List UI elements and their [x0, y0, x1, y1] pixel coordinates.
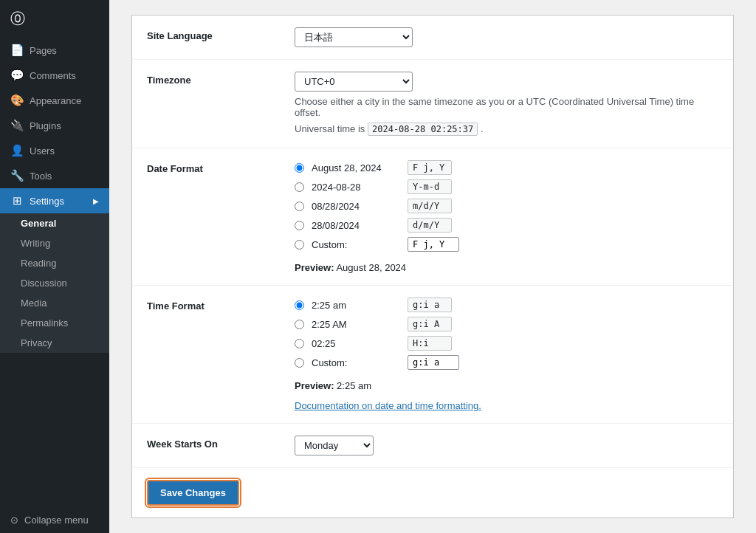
sidebar: ⓪ 📄 Pages 💬 Comments 🎨 Appearance 🔌 Plug…: [0, 0, 109, 533]
submenu-discussion[interactable]: Discussion: [0, 273, 109, 293]
sidebar-item-appearance[interactable]: 🎨 Appearance: [0, 88, 109, 113]
time-format-preview-value: 2:25 am: [337, 380, 371, 391]
submenu-privacy[interactable]: Privacy: [0, 333, 109, 353]
time-format-code-3: H:i: [408, 336, 452, 351]
sidebar-item-users[interactable]: 👤 Users: [0, 138, 109, 163]
time-format-code-2: g:i A: [408, 317, 452, 331]
sidebar-item-plugins[interactable]: 🔌 Plugins: [0, 113, 109, 138]
sidebar-item-label: Tools: [30, 171, 52, 182]
time-format-label-3[interactable]: 02:25: [312, 338, 400, 349]
submenu-media[interactable]: Media: [0, 293, 109, 313]
time-format-option-2: 2:25 AM g:i A: [295, 317, 718, 331]
site-language-label: Site Language: [147, 27, 295, 41]
week-starts-label: Week Starts On: [147, 436, 295, 450]
date-format-custom-label[interactable]: Custom:: [312, 239, 400, 250]
site-logo: ⓪: [0, 0, 109, 38]
date-format-row: Date Format August 28, 2024 F j, Y 2024-…: [132, 148, 733, 286]
settings-icon: ⊞: [10, 194, 24, 207]
sidebar-item-label: Settings: [30, 196, 64, 207]
collapse-label: Collapse menu: [24, 515, 89, 526]
sidebar-item-label: Comments: [30, 70, 76, 81]
date-format-options: August 28, 2024 F j, Y 2024-08-28 Y-m-d …: [295, 160, 718, 273]
date-format-custom-input[interactable]: [408, 237, 459, 252]
sidebar-item-tools[interactable]: 🔧 Tools: [0, 163, 109, 188]
settings-arrow: ▶: [93, 197, 99, 205]
sidebar-item-label: Appearance: [30, 95, 81, 106]
settings-submenu: General Writing Reading Discussion Media…: [0, 213, 109, 353]
site-language-control: 日本語: [295, 27, 718, 47]
date-format-option-2: 2024-08-28 Y-m-d: [295, 179, 718, 194]
date-format-option-4: 28/08/2024 d/m/Y: [295, 218, 718, 233]
date-format-option-3: 08/28/2024 m/d/Y: [295, 199, 718, 213]
time-format-option-3: 02:25 H:i: [295, 336, 718, 351]
date-format-radio-3[interactable]: [295, 202, 304, 211]
date-format-preview: Preview: August 28, 2024: [295, 262, 718, 273]
time-format-radio-2[interactable]: [295, 320, 304, 329]
preview-label: Preview:: [295, 262, 334, 273]
sidebar-item-label: Plugins: [30, 120, 61, 131]
week-starts-control: Sunday Monday Tuesday Wednesday Thursday…: [295, 436, 718, 455]
date-format-radio-2[interactable]: [295, 182, 304, 192]
time-format-options: 2:25 am g:i a 2:25 AM g:i A 02:25 H:i: [295, 298, 718, 411]
time-format-custom-label[interactable]: Custom:: [312, 357, 400, 368]
time-format-option-1: 2:25 am g:i a: [295, 298, 718, 312]
universal-time: Universal time is 2024-08-28 02:25:37 .: [295, 123, 718, 136]
timezone-control: UTC+0 Choose either a city in the same t…: [295, 72, 718, 136]
preview-label-time: Preview:: [295, 380, 334, 391]
date-format-code-1: F j, Y: [408, 160, 452, 175]
date-format-custom: Custom:: [295, 237, 718, 252]
date-format-code-4: d/m/Y: [408, 218, 452, 233]
universal-time-value: 2024-08-28 02:25:37: [368, 123, 478, 136]
date-format-code-2: Y-m-d: [408, 179, 452, 194]
date-format-radio-custom[interactable]: [295, 240, 304, 250]
date-format-radio-4[interactable]: [295, 221, 304, 230]
date-format-preview-value: August 28, 2024: [336, 262, 406, 273]
sidebar-item-pages[interactable]: 📄 Pages: [0, 38, 109, 63]
time-format-label-2[interactable]: 2:25 AM: [312, 319, 400, 330]
save-section: Save Changes: [132, 468, 733, 517]
sidebar-item-comments[interactable]: 💬 Comments: [0, 63, 109, 88]
time-format-row: Time Format 2:25 am g:i a 2:25 AM g:i A: [132, 286, 733, 424]
time-format-radio-3[interactable]: [295, 339, 304, 348]
sidebar-item-settings[interactable]: ⊞ Settings ▶: [0, 188, 109, 213]
submenu-reading[interactable]: Reading: [0, 253, 109, 273]
wp-logo-icon: ⓪: [10, 9, 25, 29]
timezone-select[interactable]: UTC+0: [295, 72, 413, 92]
site-language-row: Site Language 日本語: [132, 16, 733, 60]
date-format-label-2[interactable]: 2024-08-28: [312, 182, 400, 193]
time-format-radio-custom[interactable]: [295, 358, 304, 368]
time-format-radio-1[interactable]: [295, 300, 304, 310]
submenu-writing[interactable]: Writing: [0, 233, 109, 253]
time-format-label: Time Format: [147, 298, 295, 312]
timezone-label: Timezone: [147, 72, 295, 86]
date-format-label-1[interactable]: August 28, 2024: [312, 162, 400, 173]
date-format-label: Date Format: [147, 160, 295, 174]
time-format-control: 2:25 am g:i a 2:25 AM g:i A 02:25 H:i: [295, 298, 718, 411]
submenu-permalinks[interactable]: Permalinks: [0, 313, 109, 333]
time-format-custom-input[interactable]: [408, 355, 459, 370]
time-format-label-1[interactable]: 2:25 am: [312, 300, 400, 311]
date-format-label-4[interactable]: 28/08/2024: [312, 220, 400, 231]
date-format-label-3[interactable]: 08/28/2024: [312, 201, 400, 212]
date-format-radio-1[interactable]: [295, 163, 304, 173]
sidebar-item-label: Users: [30, 145, 55, 157]
universal-time-suffix: .: [481, 123, 484, 134]
date-format-option-1: August 28, 2024 F j, Y: [295, 160, 718, 175]
week-starts-select[interactable]: Sunday Monday Tuesday Wednesday Thursday…: [295, 436, 374, 455]
collapse-menu-button[interactable]: ⊙ Collapse menu: [0, 507, 109, 533]
sidebar-item-label: Pages: [30, 45, 57, 56]
doc-link[interactable]: Documentation on date and time formattin…: [295, 400, 481, 411]
submenu-general[interactable]: General: [0, 213, 109, 233]
comments-icon: 💬: [10, 69, 24, 82]
users-icon: 👤: [10, 144, 24, 157]
pages-icon: 📄: [10, 44, 24, 57]
timezone-description: Choose either a city in the same timezon…: [295, 96, 718, 118]
date-format-control: August 28, 2024 F j, Y 2024-08-28 Y-m-d …: [295, 160, 718, 273]
save-changes-button[interactable]: Save Changes: [147, 480, 239, 506]
site-language-select[interactable]: 日本語: [295, 27, 413, 47]
week-starts-row: Week Starts On Sunday Monday Tuesday Wed…: [132, 424, 733, 468]
time-format-code-1: g:i a: [408, 298, 452, 312]
tools-icon: 🔧: [10, 169, 24, 182]
date-format-code-3: m/d/Y: [408, 199, 452, 213]
timezone-row: Timezone UTC+0 Choose either a city in t…: [132, 60, 733, 148]
